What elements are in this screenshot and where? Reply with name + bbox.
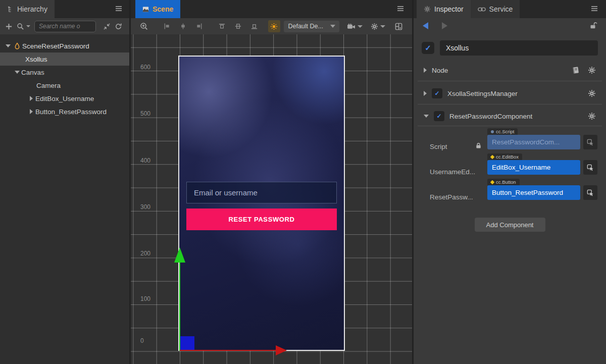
device-dropdown[interactable]: Default De... xyxy=(284,21,339,32)
component-gear-icon[interactable] xyxy=(588,112,596,120)
component-name: XsollaSettingsManager xyxy=(447,90,518,97)
gizmo-light-icon[interactable] xyxy=(268,20,280,32)
scene-tab-label: Scene xyxy=(153,5,173,13)
device-dropdown-value: Default De... xyxy=(288,23,323,30)
tree-node-camera[interactable]: Camera xyxy=(0,79,129,92)
tree-node-xsollus[interactable]: Xsollus xyxy=(0,53,129,66)
type-tag-label: cc.EditBox xyxy=(496,154,519,160)
tab-scene[interactable]: Scene xyxy=(135,0,180,18)
editbox-reference-value: EditBox_Username xyxy=(492,164,550,171)
add-node-icon[interactable] xyxy=(5,23,13,30)
align-horizontal-center-icon[interactable] xyxy=(177,20,189,32)
tree-node-button[interactable]: Button_ResetPassword xyxy=(0,105,129,118)
collapse-all-icon[interactable] xyxy=(103,23,111,30)
expand-caret-icon[interactable] xyxy=(4,44,12,47)
device-dropdown-caret xyxy=(330,25,335,28)
component-enabled-checkbox[interactable]: ✓ xyxy=(432,88,442,98)
history-back-icon[interactable] xyxy=(423,22,428,29)
service-link-icon xyxy=(478,7,486,12)
preview-reset-password-button[interactable]: RESET PASSWORD xyxy=(186,209,337,230)
history-forward-icon[interactable] xyxy=(442,22,447,29)
scene-settings-dropdown[interactable] xyxy=(371,23,385,30)
split-view-icon[interactable] xyxy=(393,20,405,32)
component-name: ResetPasswordComponent xyxy=(449,113,532,120)
tab-service[interactable]: Service xyxy=(471,0,520,18)
expand-caret-icon[interactable] xyxy=(424,91,427,96)
scene-viewport[interactable]: 600 500 400 300 200 100 0 Email or usern… xyxy=(131,34,412,364)
search-filter-caret xyxy=(26,25,30,27)
node-picker-icon[interactable] xyxy=(583,185,597,200)
hierarchy-menu-icon[interactable] xyxy=(115,6,122,12)
add-component-button[interactable]: Add Component xyxy=(475,218,545,232)
type-tag-badge: cc.Script xyxy=(487,128,518,135)
tab-hierarchy[interactable]: Hierarchy xyxy=(0,0,55,18)
origin-node-gizmo[interactable] xyxy=(180,336,194,350)
unlock-icon[interactable] xyxy=(589,22,598,29)
component-reset-password-header[interactable]: ✓ ResetPasswordComponent xyxy=(414,107,606,126)
tree-label: SceneResetPassword xyxy=(22,42,89,50)
button-reference-field[interactable]: Button_ResetPassword xyxy=(487,185,580,200)
zoom-tool-icon[interactable] xyxy=(138,20,150,32)
inspector-nav xyxy=(414,18,606,33)
design-canvas-preview[interactable]: Email or username RESET PASSWORD xyxy=(178,56,345,351)
tree-node-canvas[interactable]: Canvas xyxy=(0,66,129,79)
divider xyxy=(418,126,602,126)
y-axis-arrow-icon[interactable] xyxy=(174,247,185,263)
align-left-icon[interactable] xyxy=(161,20,173,32)
inspector-tabbar: Inspector Service xyxy=(414,0,606,18)
expand-caret-icon[interactable] xyxy=(424,115,429,118)
expand-caret-icon[interactable] xyxy=(27,109,35,114)
refresh-icon[interactable] xyxy=(115,23,122,30)
node-active-checkbox[interactable]: ✓ xyxy=(422,42,434,54)
hierarchy-tree: SceneResetPassword Xsollus Canvas Camera… xyxy=(0,39,129,118)
hierarchy-tree-icon xyxy=(7,6,14,13)
tree-node-scene-root[interactable]: SceneResetPassword xyxy=(0,39,129,53)
component-xsolla-settings-header[interactable]: ✓ XsollaSettingsManager xyxy=(414,84,606,103)
service-tab-label: Service xyxy=(489,5,513,13)
align-bottom-icon[interactable] xyxy=(248,20,260,32)
divider xyxy=(418,104,602,105)
property-row-reset-button: ResetPassw... cc.Button Button_ResetPass… xyxy=(414,185,606,206)
camera-view-dropdown[interactable] xyxy=(347,23,363,30)
preview-reset-button-label: RESET PASSWORD xyxy=(229,216,295,223)
inspector-menu-icon[interactable] xyxy=(591,6,598,12)
y-axis-line xyxy=(179,263,180,351)
script-reference-field: ResetPasswordCom... xyxy=(487,135,580,149)
expand-caret-icon[interactable] xyxy=(27,96,35,101)
lock-icon xyxy=(475,142,482,149)
node-section-header[interactable]: Node xyxy=(414,61,606,80)
search-filter-icon[interactable] xyxy=(17,23,30,30)
expand-caret-icon[interactable] xyxy=(424,68,427,73)
expand-caret-icon[interactable] xyxy=(13,71,21,74)
align-right-icon[interactable] xyxy=(193,20,205,32)
hierarchy-search-input[interactable] xyxy=(34,21,96,32)
align-vertical-center-icon[interactable] xyxy=(232,20,244,32)
node-gear-icon[interactable] xyxy=(588,66,596,74)
editbox-reference-field[interactable]: EditBox_Username xyxy=(487,160,580,175)
node-picker-icon[interactable] xyxy=(583,135,597,149)
tree-node-editbox[interactable]: EditBox_Username xyxy=(0,92,129,105)
preview-email-input[interactable]: Email or username xyxy=(186,182,337,203)
x-axis-line xyxy=(180,350,276,351)
inspector-gear-icon xyxy=(424,6,431,13)
node-name-row: ✓ Xsollus xyxy=(414,40,606,56)
inspector-tab-label: Inspector xyxy=(434,5,464,13)
tree-label: Xsollus xyxy=(25,56,47,63)
ruler-label: 200 xyxy=(140,250,150,257)
component-gear-icon[interactable] xyxy=(588,89,596,97)
x-axis-arrow-icon[interactable] xyxy=(276,345,287,355)
component-enabled-checkbox[interactable]: ✓ xyxy=(434,111,444,121)
inspector-panel: Inspector Service ✓ Xsollus xyxy=(414,0,606,364)
node-book-icon[interactable] xyxy=(572,66,580,74)
property-row-username-editbox: UsernameEd... cc.EditBox EditBox_Usernam… xyxy=(414,160,606,181)
node-name-field[interactable]: Xsollus xyxy=(440,40,598,56)
scene-menu-icon[interactable] xyxy=(397,6,404,12)
ruler-label: 100 xyxy=(140,295,150,302)
tab-inspector[interactable]: Inspector xyxy=(417,0,471,18)
align-top-icon[interactable] xyxy=(216,20,228,32)
preview-email-placeholder: Email or username xyxy=(194,188,258,197)
node-picker-icon[interactable] xyxy=(583,160,597,175)
hierarchy-toolbar xyxy=(0,18,129,34)
camera-dropdown-caret xyxy=(358,25,363,28)
hierarchy-tab-label: Hierarchy xyxy=(17,5,47,13)
